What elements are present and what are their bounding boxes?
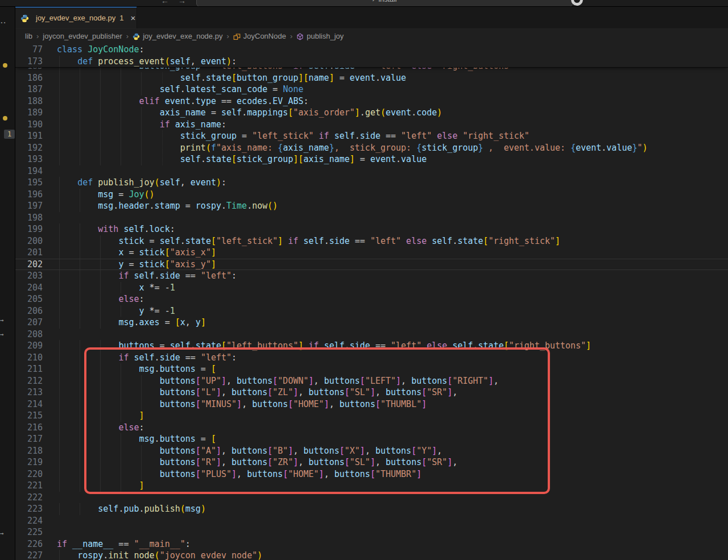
code-line-219[interactable]: 219 buttons["R"], buttons["ZR"], buttons… [15,457,728,468]
code-line-206[interactable]: 206 y *= -1 [15,305,728,317]
code-line-226[interactable]: 226if __name__ == "__main__": [15,538,728,550]
code-line-196[interactable]: 196 msg = Joy() [15,189,728,201]
account-icon[interactable] [571,0,583,6]
arrow-right-icon: → [0,317,4,324]
code-line-203[interactable]: 203 if self.side == "left": [15,270,728,282]
line-number: 196 [15,189,43,201]
code-line-220[interactable]: 220 buttons["PLUS"], buttons["HOME"], bu… [15,468,728,480]
back-button[interactable]: ← [161,0,169,5]
code-line-77[interactable]: 77class JoyConNode: [15,44,728,56]
tab-bar: joy_evdev_exe_node.py 1 × [15,6,728,29]
code-line-198[interactable]: 198 [15,212,728,224]
code-line-216[interactable]: 216 else: [15,422,728,434]
code-line-215[interactable]: 215 ] [15,410,728,422]
code-line-218[interactable]: 218 buttons["A"], buttons["B"], buttons[… [15,445,728,457]
breadcrumb-item-lib[interactable]: lib [25,32,32,40]
code-line-207[interactable]: 207 msg.axes = [x, y] [15,317,728,329]
line-number: 203 [15,270,43,282]
tab-joy-evdev-exe-node[interactable]: joy_evdev_exe_node.py 1 × [15,6,137,28]
line-number: 213 [15,387,43,399]
arrow-right-icon: → [0,331,4,338]
code-line-200[interactable]: 200 stick = self.state["left_stick"] if … [15,235,728,247]
editor[interactable]: 185 button_group = "left_buttons" if sel… [15,60,728,560]
line-number: 200 [15,235,43,247]
code-line-221[interactable]: 221 ] [15,480,728,492]
code-line-224[interactable]: 224 [15,515,728,527]
left-edge-strip: ·· 1 → → → [0,6,15,560]
breadcrumb-separator: › [126,32,129,40]
line-number: 220 [15,468,43,480]
code-line-222[interactable]: 222 [15,492,728,504]
breadcrumb-item-package[interactable]: joycon_evdev_publisher [43,32,122,40]
line-number: 188 [15,96,43,107]
code-line-209[interactable]: 209 buttons = self.state["left_buttons"]… [15,340,728,352]
code-line-199[interactable]: 199 with self.lock: [15,223,728,235]
code-line-186[interactable]: 186 self.state[button_group][name] = eve… [15,72,728,84]
code-line-194[interactable]: 194 [15,165,728,177]
line-number: 224 [15,515,43,527]
code-line-217[interactable]: 217 msg.buttons = [ [15,433,728,445]
breadcrumb-separator: › [290,32,292,40]
code-line-187[interactable]: 187 self.latest_scan_code = None [15,84,728,96]
code-line-189[interactable]: 189 axis_name = self.mappings["axis_orde… [15,107,728,119]
line-number: 77 [15,44,43,56]
close-icon[interactable]: × [130,13,135,23]
breadcrumb-separator: › [36,32,39,40]
code-line-202[interactable]: 202 y = stick["axis_y"] [15,259,728,271]
code-line-193[interactable]: 193 self.state[stick_group][axis_name] =… [15,154,728,165]
breadcrumb-separator: › [226,32,229,40]
line-number: 204 [15,282,43,294]
line-number: 198 [15,212,43,224]
code-line-173[interactable]: 173 def process_event(self, event): [15,56,728,68]
line-number: 208 [15,329,43,341]
code-line-204[interactable]: 204 x *= -1 [15,282,728,294]
code-line-210[interactable]: 210 if self.side == "left": [15,352,728,364]
vscode-window: ← → › install ·· 1 → → → joy_evdev_exe_n… [0,0,728,560]
code-line-213[interactable]: 213 buttons["L"], buttons["ZL"], buttons… [15,387,728,399]
line-number: 212 [15,375,43,387]
modified-dot-icon [3,63,7,68]
modified-dot-icon [3,116,7,121]
code-line-227[interactable]: 227 rospy.init_node("joycon_evdev_node") [15,550,728,560]
code-line-205[interactable]: 205 else: [15,293,728,305]
sticky-scroll-header[interactable]: 77class JoyConNode:173 def process_event… [15,44,728,68]
tab-label: joy_evdev_exe_node.py [36,14,115,22]
command-center-text: install [379,0,397,3]
line-number: 207 [15,317,43,329]
forward-button[interactable]: → [178,0,186,5]
breadcrumb-item-method[interactable]: publish_joy [307,32,344,40]
code-line-225[interactable]: 225 [15,526,728,538]
code-line-214[interactable]: 214 buttons["MINUS"], buttons["HOME"], b… [15,399,728,410]
code-line-192[interactable]: 192 print(f"axis_name: {axis_name}, stic… [15,142,728,154]
line-number: 194 [15,165,43,177]
breadcrumb-item-class[interactable]: JoyConNode [243,32,286,40]
symbol-method-icon [296,33,304,40]
line-number: 221 [15,480,43,492]
line-number: 173 [15,56,43,68]
code-line-195[interactable]: 195 def publish_joy(self, event): [15,177,728,189]
count-badge: 1 [4,130,15,139]
line-number: 205 [15,293,43,305]
code-line-212[interactable]: 212 buttons["UP"], buttons["DOWN"], butt… [15,375,728,387]
code-line-197[interactable]: 197 msg.header.stamp = rospy.Time.now() [15,200,728,212]
line-number: 202 [15,259,43,271]
code-line-201[interactable]: 201 x = stick["axis_x"] [15,247,728,259]
overflow-dots-icon: ·· [1,18,7,27]
line-number: 186 [15,72,43,84]
breadcrumb-item-file[interactable]: joy_evdev_exe_node.py [143,32,222,40]
python-file-icon [20,14,29,23]
code-line-188[interactable]: 188 elif event.type == ecodes.EV_ABS: [15,96,728,107]
arrow-right-icon: → [0,530,4,537]
command-center[interactable]: › install [196,0,573,7]
code-line-223[interactable]: 223 self.pub.publish(msg) [15,503,728,515]
code-line-191[interactable]: 191 stick_group = "left_stick" if self.s… [15,130,728,142]
symbol-class-icon [233,33,241,40]
code-line-208[interactable]: 208 [15,329,728,341]
code-line-211[interactable]: 211 msg.buttons = [ [15,363,728,375]
line-number: 227 [15,550,43,560]
title-bar: ← → › install [0,0,728,7]
line-number: 219 [15,457,43,468]
code-line-190[interactable]: 190 if axis_name: [15,119,728,131]
line-number: 215 [15,410,43,422]
line-number: 201 [15,247,43,259]
